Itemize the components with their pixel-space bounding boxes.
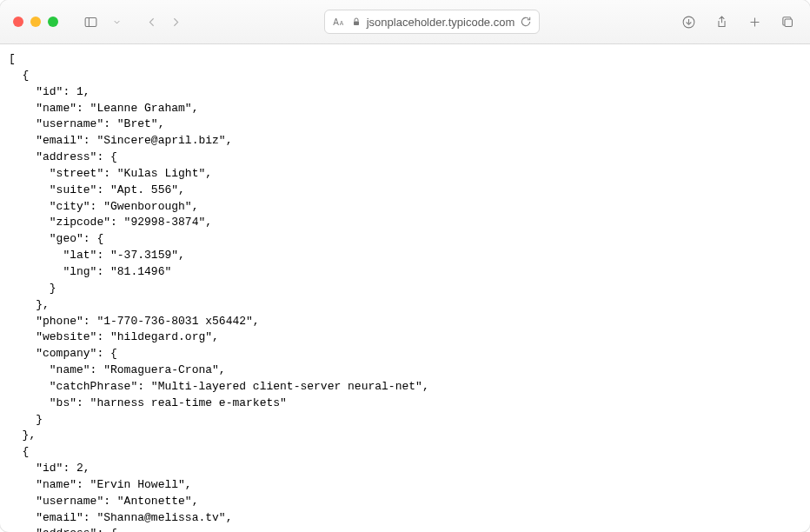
text-size-icon: A A [332, 15, 346, 29]
minimize-window-button[interactable] [30, 17, 41, 27]
page-body-json: [ { "id": 1, "name": "Leanne Graham", "u… [0, 44, 810, 532]
address-bar[interactable]: A A jsonplaceholder.typicode.com [324, 10, 541, 34]
fullscreen-window-button[interactable] [48, 17, 58, 27]
close-window-button[interactable] [13, 17, 23, 27]
lock-icon [351, 17, 362, 27]
navigation-group [142, 12, 185, 31]
back-button[interactable] [142, 12, 161, 31]
svg-text:A: A [333, 17, 339, 27]
share-button[interactable] [712, 12, 731, 31]
window-controls [13, 17, 58, 27]
svg-text:A: A [339, 20, 343, 26]
svg-rect-10 [784, 18, 792, 25]
window-titlebar: A A jsonplaceholder.typicode.com [0, 0, 810, 44]
downloads-button[interactable] [679, 12, 698, 31]
toolbar-right-group [679, 12, 797, 31]
new-tab-button[interactable] [745, 12, 764, 31]
tab-overview-button[interactable] [778, 12, 797, 31]
svg-rect-4 [354, 22, 359, 26]
tab-group-dropdown[interactable] [107, 12, 126, 31]
sidebar-toggle-button[interactable] [81, 12, 100, 31]
svg-rect-0 [85, 17, 96, 26]
forward-button[interactable] [166, 12, 185, 31]
url-text: jsonplaceholder.typicode.com [367, 16, 515, 29]
reload-icon[interactable] [520, 16, 532, 28]
